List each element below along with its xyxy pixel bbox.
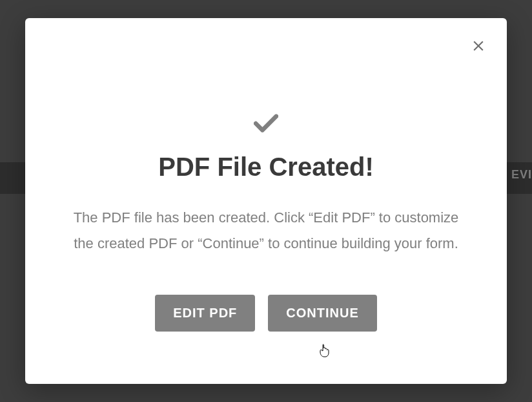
background-partial-label: EVI — [511, 168, 532, 182]
edit-pdf-button[interactable]: EDIT PDF — [155, 295, 255, 332]
modal-button-row: EDIT PDF CONTINUE — [57, 295, 475, 332]
close-button[interactable] — [468, 36, 489, 57]
close-icon — [470, 37, 487, 56]
checkmark-icon — [253, 114, 279, 133]
modal-description: The PDF file has been created. Click “Ed… — [57, 205, 475, 256]
continue-button[interactable]: CONTINUE — [268, 295, 376, 332]
modal-title: PDF File Created! — [57, 153, 475, 182]
modal-dialog: PDF File Created! The PDF file has been … — [25, 18, 507, 384]
